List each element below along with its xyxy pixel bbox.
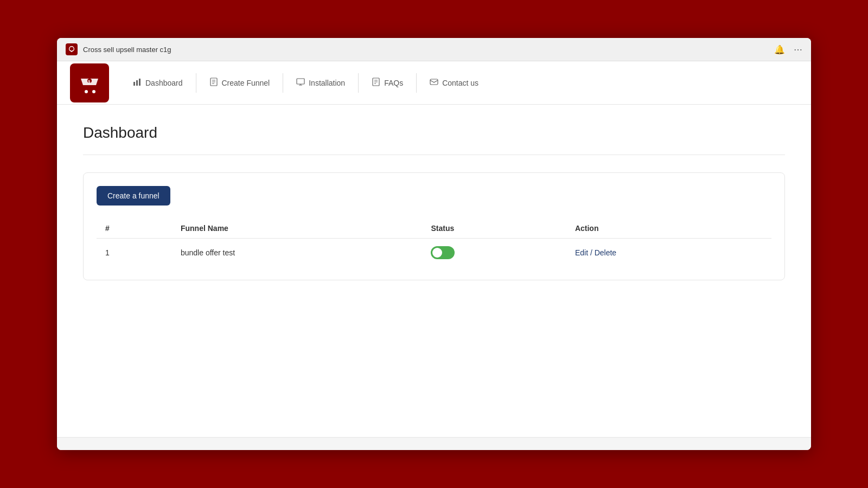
cell-funnel-name: bundle offer test [172, 239, 423, 267]
nav-label-contact-us: Contact us [442, 79, 478, 87]
installation-icon [296, 78, 305, 88]
more-icon[interactable]: ⋯ [794, 44, 802, 55]
app-favicon [66, 43, 78, 55]
divider [83, 155, 785, 155]
nav-item-faqs[interactable]: FAQs [361, 61, 414, 104]
svg-rect-8 [139, 79, 141, 86]
table-row: 1bundle offer testEdit / Delete [97, 239, 771, 267]
funnels-table: # Funnel Name Status Action 1bundle offe… [97, 219, 771, 267]
svg-point-3 [92, 90, 95, 93]
create-funnel-button[interactable]: Create a funnel [97, 186, 170, 206]
table-container: Create a funnel # Funnel Name Status Act… [83, 172, 785, 280]
browser-tab-title: Cross sell upsell master c1g [83, 46, 171, 54]
nav-item-dashboard[interactable]: Dashboard [122, 61, 194, 104]
nav-label-installation: Installation [309, 79, 345, 87]
status-toggle[interactable] [431, 246, 455, 259]
nav-separator-2 [283, 73, 283, 93]
dashboard-icon [133, 78, 142, 88]
nav-item-installation[interactable]: Installation [285, 61, 356, 104]
nav-separator-1 [196, 73, 196, 93]
edit-delete-link[interactable]: Edit / Delete [575, 248, 616, 257]
table-header-row: # Funnel Name Status Action [97, 219, 771, 239]
svg-rect-13 [297, 79, 304, 84]
nav-item-create-funnel[interactable]: Create Funnel [199, 61, 281, 104]
browser-chrome: Cross sell upsell master c1g 🔔 ⋯ [57, 38, 811, 61]
col-header-action: Action [566, 219, 771, 239]
nav-label-dashboard: Dashboard [145, 79, 183, 87]
nav-separator-3 [358, 73, 359, 93]
col-header-status: Status [422, 219, 566, 239]
app-header: $ Dashboard [57, 61, 811, 105]
contact-icon [430, 78, 438, 88]
main-content: Dashboard Create a funnel # Funnel Name … [57, 105, 811, 437]
nav-label-create-funnel: Create Funnel [222, 79, 270, 87]
faqs-icon [372, 78, 380, 88]
cell-action: Edit / Delete [566, 239, 771, 267]
nav-separator-4 [416, 73, 417, 93]
nav-item-contact-us[interactable]: Contact us [419, 61, 489, 104]
col-header-number: # [97, 219, 172, 239]
nav-label-faqs: FAQs [384, 79, 403, 87]
bell-icon[interactable]: 🔔 [774, 44, 785, 55]
svg-text:$: $ [88, 79, 91, 84]
col-header-funnel-name: Funnel Name [172, 219, 423, 239]
footer-bar [57, 437, 811, 450]
nav-menu: Dashboard Create Funnel [122, 61, 489, 104]
page-title: Dashboard [83, 124, 785, 142]
svg-rect-6 [133, 82, 135, 86]
svg-rect-20 [430, 79, 438, 85]
toggle-knob [432, 248, 442, 258]
cell-row-number: 1 [97, 239, 172, 267]
app-logo: $ [70, 63, 109, 102]
svg-point-2 [85, 90, 88, 93]
cell-status [422, 239, 566, 267]
create-funnel-icon [209, 78, 218, 88]
svg-rect-7 [136, 80, 138, 86]
